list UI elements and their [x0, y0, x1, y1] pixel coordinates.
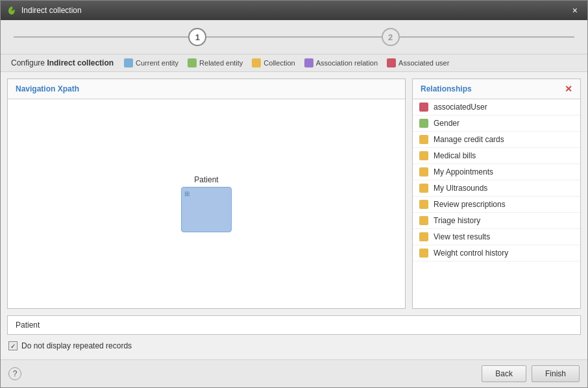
table-icon: ⊞ [184, 190, 190, 197]
legend-item-association-relation: Association relation [304, 58, 378, 67]
legend-label-current-entity: Current entity [136, 59, 178, 67]
rel-dot [419, 103, 428, 112]
rel-label: My Ultrasounds [434, 184, 487, 193]
rel-label: Triage history [434, 216, 480, 225]
rel-label: Weight control history [434, 249, 508, 258]
dialog-title: Indirect collection [21, 6, 82, 15]
legend-color-associated-user [387, 58, 396, 67]
legend-item-collection: Collection [252, 58, 295, 67]
footer: ? Back Finish [1, 359, 587, 387]
configure-text: Configure Indirect collection [11, 58, 114, 67]
dialog: Indirect collection × 1 2 Configure Indi… [0, 0, 588, 388]
relationships-panel: Relationships ✕ associatedUserGenderMana… [412, 79, 581, 309]
legend-item-current-entity: Current entity [124, 58, 178, 67]
list-item[interactable]: My Ultrasounds [413, 180, 580, 197]
list-item[interactable]: Gender [413, 115, 580, 132]
back-button[interactable]: Back [482, 365, 526, 382]
wizard-line-end [400, 36, 574, 38]
rel-dot [419, 184, 428, 193]
wizard-bar: 1 2 [1, 20, 587, 55]
rel-dot [419, 232, 428, 241]
nav-xpath-header: Navigation Xpath [8, 79, 405, 99]
list-item[interactable]: Manage credit cards [413, 132, 580, 148]
rel-label: associatedUser [434, 103, 487, 112]
checkbox-label: Do not display repeated records [21, 341, 132, 350]
legend-color-association-relation [304, 58, 313, 67]
rel-dot [419, 135, 428, 144]
list-item[interactable]: View test results [413, 229, 580, 245]
list-item[interactable]: My Appointments [413, 164, 580, 180]
entity-bar: Patient [7, 315, 581, 335]
wizard-steps: 1 2 [14, 28, 574, 46]
legend-item-related-entity: Related entity [188, 58, 243, 67]
legend-items: Current entityRelated entityCollectionAs… [124, 58, 449, 67]
rel-label: View test results [434, 232, 490, 241]
wizard-step-2[interactable]: 2 [382, 28, 400, 46]
rel-dot [419, 200, 428, 209]
check-mark: ✓ [10, 343, 16, 350]
wizard-line-right [206, 36, 381, 38]
legend-bar: Configure Indirect collection Current en… [1, 55, 587, 72]
legend-label-collection: Collection [263, 59, 295, 67]
bottom-section: Patient ✓ Do not display repeated record… [1, 315, 587, 359]
rel-label: Medical bills [434, 151, 476, 160]
legend-color-current-entity [124, 58, 133, 67]
legend-label-associated-user: Associated user [398, 59, 449, 67]
rel-label: My Appointments [434, 167, 493, 176]
legend-label-related-entity: Related entity [199, 59, 243, 67]
nav-xpath-panel: Navigation Xpath Patient ⊞ [7, 79, 406, 309]
list-item[interactable]: Triage history [413, 213, 580, 229]
rel-label: Gender [434, 119, 459, 128]
relationships-header: Relationships ✕ [413, 79, 580, 99]
legend-item-associated-user: Associated user [387, 58, 449, 67]
main-content: Navigation Xpath Patient ⊞ Relationships… [1, 72, 587, 315]
legend-label-association-relation: Association relation [316, 59, 378, 67]
title-bar-left: Indirect collection [7, 5, 82, 16]
configure-label: Configure Indirect collection [11, 58, 114, 67]
rel-dot [419, 151, 428, 160]
relationships-list[interactable]: associatedUserGenderManage credit cardsM… [413, 99, 580, 308]
checkbox-row: ✓ Do not display repeated records [7, 339, 581, 353]
nav-xpath-body: Patient ⊞ [8, 99, 405, 308]
footer-buttons: Back Finish [482, 365, 580, 382]
legend-color-related-entity [188, 58, 197, 67]
list-item[interactable]: Medical bills [413, 148, 580, 164]
patient-node: Patient ⊞ [181, 175, 232, 232]
list-item[interactable]: associatedUser [413, 99, 580, 115]
leaf-icon [7, 5, 18, 16]
relationships-close[interactable]: ✕ [565, 84, 572, 93]
legend-color-collection [252, 58, 261, 67]
rel-dot [419, 119, 428, 128]
rel-dot [419, 167, 428, 176]
finish-button[interactable]: Finish [532, 365, 580, 382]
entity-bar-label: Patient [16, 321, 40, 330]
help-icon[interactable]: ? [8, 367, 21, 380]
rel-label: Review prescriptions [434, 200, 506, 209]
patient-label: Patient [194, 175, 218, 184]
title-bar: Indirect collection × [1, 1, 587, 20]
patient-box[interactable]: ⊞ [181, 187, 232, 232]
list-item[interactable]: Review prescriptions [413, 197, 580, 213]
close-button[interactable]: × [569, 5, 581, 16]
repeat-records-checkbox[interactable]: ✓ [8, 341, 18, 350]
wizard-step-1[interactable]: 1 [188, 28, 206, 46]
rel-dot [419, 249, 428, 258]
rel-label: Manage credit cards [434, 135, 504, 144]
rel-dot [419, 216, 428, 225]
relationships-title: Relationships [421, 84, 472, 93]
list-item[interactable]: Weight control history [413, 245, 580, 261]
wizard-line-left [14, 36, 188, 38]
